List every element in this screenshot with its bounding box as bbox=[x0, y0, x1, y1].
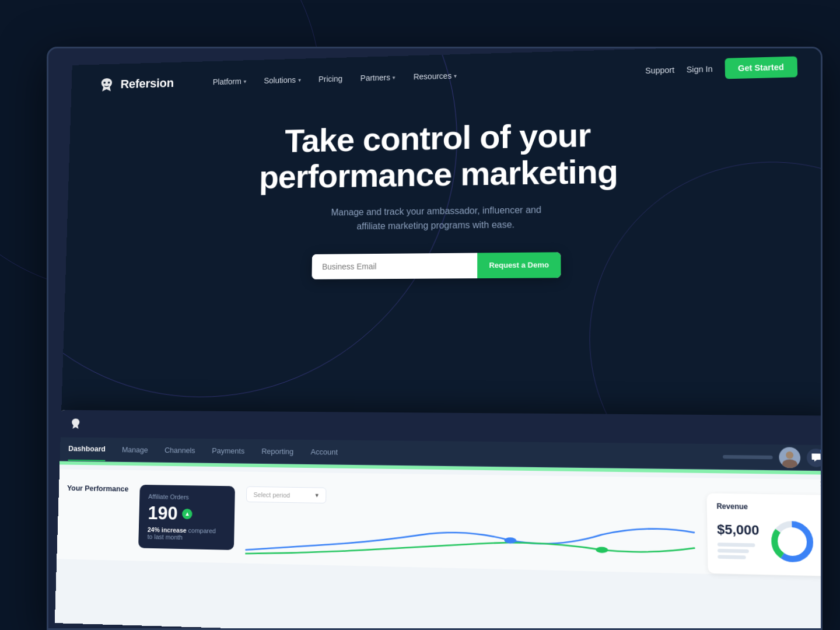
dash-search-bar bbox=[723, 454, 773, 459]
dash-nav-dashboard[interactable]: Dashboard bbox=[68, 438, 106, 461]
notification-dot bbox=[820, 449, 822, 454]
svg-point-5 bbox=[596, 547, 608, 553]
hero-subtitle: Manage and track your ambassador, influe… bbox=[327, 202, 546, 235]
dash-nav-reporting[interactable]: Reporting bbox=[261, 440, 294, 463]
logo-text: Refersion bbox=[120, 76, 174, 92]
revenue-amount: $5,000 bbox=[717, 522, 760, 538]
request-demo-button[interactable]: Request a Demo bbox=[477, 252, 561, 278]
nav-platform[interactable]: Platform ▾ bbox=[206, 72, 253, 91]
affiliate-orders-change: 24% increase comparedto last month bbox=[147, 526, 225, 542]
nav-resources[interactable]: Resources ▾ bbox=[407, 66, 464, 86]
legend-line-3 bbox=[718, 555, 746, 559]
screen-content: Refersion Platform ▾ Solutions ▾ Pricing… bbox=[55, 47, 822, 630]
up-badge-icon: ▲ bbox=[182, 508, 192, 519]
nav-right: Support Sign In Get Started bbox=[645, 56, 798, 80]
dropdown-chevron-icon: ▾ bbox=[315, 492, 318, 499]
dash-nav-payments[interactable]: Payments bbox=[212, 439, 245, 462]
revenue-card: Revenue $5,000 bbox=[706, 494, 822, 576]
nav-pricing[interactable]: Pricing bbox=[312, 69, 349, 88]
support-link[interactable]: Support bbox=[645, 65, 674, 75]
line-chart bbox=[245, 502, 695, 571]
nav-links: Platform ▾ Solutions ▾ Pricing Partners … bbox=[206, 62, 645, 91]
solutions-chevron-icon: ▾ bbox=[298, 76, 301, 83]
performance-section: Your Performance Affiliate Orders 190 ▲ … bbox=[55, 484, 822, 577]
logo-icon bbox=[98, 76, 116, 93]
hero-section: Take control of your performance marketi… bbox=[65, 88, 822, 298]
donut-chart bbox=[766, 516, 818, 567]
platform-chevron-icon: ▾ bbox=[243, 78, 246, 84]
hero-title: Take control of your performance marketi… bbox=[237, 116, 640, 195]
signin-link[interactable]: Sign In bbox=[687, 64, 713, 74]
dash-nav-account[interactable]: Account bbox=[310, 440, 338, 464]
affiliate-orders-card: Affiliate Orders 190 ▲ 24% increase comp… bbox=[138, 485, 235, 550]
email-form: Request a Demo bbox=[312, 252, 561, 279]
revenue-value-text: $5,000 bbox=[717, 522, 760, 559]
email-input[interactable] bbox=[312, 253, 477, 279]
dash-nav-manage[interactable]: Manage bbox=[122, 439, 148, 461]
affiliate-orders-value: 190 ▲ bbox=[148, 502, 226, 525]
get-started-button[interactable]: Get Started bbox=[724, 56, 797, 79]
user-avatar[interactable] bbox=[779, 447, 800, 468]
resources-chevron-icon: ▾ bbox=[454, 72, 457, 79]
svg-point-3 bbox=[782, 459, 797, 468]
logo-area[interactable]: Refersion bbox=[98, 74, 174, 93]
performance-title: Your Performance bbox=[67, 484, 129, 493]
dashboard-preview: Dashboard Manage Channels Payments Repor… bbox=[55, 410, 822, 630]
nav-solutions[interactable]: Solutions ▾ bbox=[257, 71, 307, 90]
chart-area: Select period ▾ bbox=[245, 487, 695, 574]
nav-partners[interactable]: Partners ▾ bbox=[354, 68, 402, 88]
partners-chevron-icon: ▾ bbox=[393, 74, 396, 80]
chat-icon[interactable] bbox=[807, 448, 822, 467]
period-dropdown[interactable]: Select period ▾ bbox=[246, 487, 327, 503]
legend-line-1 bbox=[718, 542, 755, 547]
svg-point-2 bbox=[786, 451, 793, 459]
legend-lines bbox=[718, 542, 760, 559]
dashboard-logo-icon bbox=[69, 417, 82, 431]
revenue-label: Revenue bbox=[716, 502, 817, 513]
monitor-frame: Refersion Platform ▾ Solutions ▾ Pricing… bbox=[47, 47, 822, 630]
dash-nav-channels[interactable]: Channels bbox=[164, 439, 195, 461]
affiliate-orders-label: Affiliate Orders bbox=[148, 493, 226, 501]
dash-nav-right bbox=[723, 446, 822, 468]
legend-line-2 bbox=[718, 549, 749, 553]
